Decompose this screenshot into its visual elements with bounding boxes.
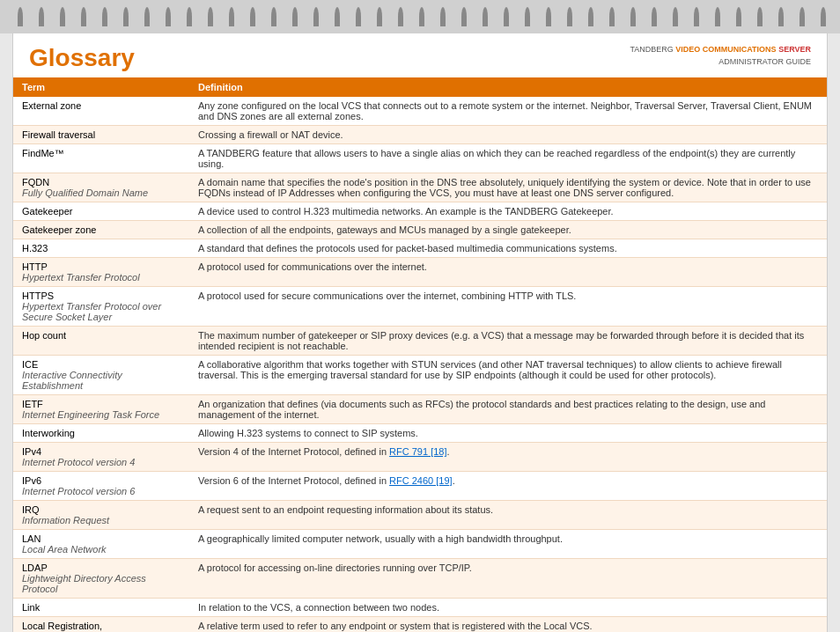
- definition-cell: Version 4 of the Internet Protocol, defi…: [189, 443, 827, 472]
- definition-cell: Version 6 of the Internet Protocol, defi…: [189, 472, 827, 501]
- term-cell: IPv4Internet Protocol version 4: [13, 443, 189, 472]
- table-row: LANLocal Area NetworkA geographically li…: [13, 530, 827, 559]
- ring: [609, 7, 615, 26]
- definition-cell: Any zone configured on the local VCS tha…: [189, 97, 827, 126]
- ring: [673, 7, 678, 26]
- ring: [166, 7, 171, 26]
- table-row: IPv6Internet Protocol version 6Version 6…: [13, 472, 827, 501]
- table-row: Local Registration,Locally Registered En…: [13, 617, 827, 633]
- table-row: IRQInformation RequestA request sent to …: [13, 501, 827, 530]
- ring: [588, 7, 593, 26]
- ring: [525, 7, 530, 26]
- definition-cell: The maximum number of gatekeeper or SIP …: [189, 327, 827, 356]
- term-cell: Interworking: [13, 424, 189, 443]
- definition-cell: An organization that defines (via docume…: [189, 395, 827, 424]
- table-row: Firewall traversalCrossing a firewall or…: [13, 126, 827, 144]
- brand-header: TANDBERG VIDEO COMMUNICATIONS SERVER ADM…: [630, 44, 811, 68]
- ring: [778, 7, 784, 26]
- table-row: ICEInteractive Connectivity Establishmen…: [13, 356, 827, 395]
- definition-cell: A device used to control H.323 multimedi…: [189, 202, 827, 221]
- ring: [81, 7, 86, 26]
- table-row: IETFInternet Engineering Task ForceAn or…: [13, 395, 827, 424]
- term-sub: Internet Engineering Task Force: [22, 409, 181, 420]
- definition-cell: Allowing H.323 systems to connect to SIP…: [189, 424, 827, 443]
- term-sub: Internet Protocol version 6: [22, 486, 181, 496]
- ring: [652, 7, 657, 26]
- ring: [546, 7, 551, 26]
- term-cell: Gatekeeper: [13, 202, 189, 221]
- definition-cell: A collaborative algorithm that works tog…: [189, 356, 827, 395]
- table-row: GatekeeperA device used to control H.323…: [13, 202, 827, 221]
- ring: [461, 7, 467, 26]
- ring: [39, 7, 44, 26]
- term-cell: HTTPSHypertext Transfer Protocol over Se…: [13, 287, 189, 327]
- ring: [102, 7, 107, 26]
- table-header-row: Term Definition: [13, 77, 827, 97]
- definition-cell: A protocol used for communications over …: [189, 258, 827, 287]
- ring: [60, 7, 65, 26]
- col-header-definition: Definition: [189, 77, 827, 97]
- ring: [250, 7, 255, 26]
- definition-cell: A standard that defines the protocols us…: [189, 239, 827, 258]
- glossary-table: Term Definition External zoneAny zone co…: [13, 77, 827, 632]
- table-row: Gatekeeper zoneA collection of all the e…: [13, 221, 827, 239]
- term-sub: Hypertext Transfer Protocol over Secure …: [22, 301, 181, 322]
- table-row: LinkIn relation to the VCS, a connection…: [13, 599, 827, 617]
- definition-cell: A geographically limited computer networ…: [189, 530, 827, 559]
- brand-vcs: VIDEO COMMUNICATIONS: [675, 45, 776, 54]
- term-cell: LANLocal Area Network: [13, 530, 189, 559]
- term-cell: Firewall traversal: [13, 126, 189, 144]
- definition-cell: In relation to the VCS, a connection bet…: [189, 599, 827, 617]
- table-row: IPv4Internet Protocol version 4Version 4…: [13, 443, 827, 472]
- ring: [799, 7, 805, 26]
- table-row: H.323A standard that defines the protoco…: [13, 239, 827, 258]
- ring: [187, 7, 192, 26]
- table-row: Hop countThe maximum number of gatekeepe…: [13, 327, 827, 356]
- term-sub: Hypertext Transfer Protocol: [22, 272, 181, 283]
- page-header: Glossary TANDBERG VIDEO COMMUNICATIONS S…: [13, 33, 827, 77]
- table-row: External zoneAny zone configured on the …: [13, 97, 827, 126]
- table-row: LDAPLightweight Directory Access Protoco…: [13, 559, 827, 599]
- ring: [229, 7, 234, 26]
- table-row: HTTPSHypertext Transfer Protocol over Se…: [13, 287, 827, 327]
- main-content: Glossary TANDBERG VIDEO COMMUNICATIONS S…: [12, 33, 828, 632]
- ring: [398, 7, 403, 26]
- ring: [630, 7, 636, 26]
- rfc-link[interactable]: RFC 791 [18]: [389, 446, 446, 457]
- definition-cell: A TANDBERG feature that allows users to …: [189, 144, 827, 173]
- term-cell: Local Registration,Locally Registered En…: [13, 617, 189, 633]
- binder-rings: [0, 0, 840, 33]
- term-sub: Local Area Network: [22, 544, 181, 555]
- ring: [440, 7, 446, 26]
- definition-cell: Crossing a firewall or NAT device.: [189, 126, 827, 144]
- term-sub: Fully Qualified Domain Name: [22, 187, 181, 198]
- term-cell: LDAPLightweight Directory Access Protoco…: [13, 559, 189, 599]
- ring: [335, 7, 340, 26]
- ring: [271, 7, 276, 26]
- ring: [736, 7, 741, 26]
- ring: [18, 7, 23, 26]
- term-cell: HTTPHypertext Transfer Protocol: [13, 258, 189, 287]
- term-cell: External zone: [13, 97, 189, 126]
- term-sub: Information Request: [22, 515, 181, 525]
- definition-cell: A protocol for accessing on-line directo…: [189, 559, 827, 599]
- table-row: FQDNFully Qualified Domain NameA domain …: [13, 173, 827, 202]
- definition-cell: A request sent to an endpoint requesting…: [189, 501, 827, 530]
- term-cell: FindMe™: [13, 144, 189, 173]
- definition-cell: A relative term used to refer to any end…: [189, 617, 827, 633]
- term-sub: Lightweight Directory Access Protocol: [22, 573, 181, 594]
- ring: [567, 7, 572, 26]
- definition-cell: A protocol used for secure communication…: [189, 287, 827, 327]
- definition-cell: A collection of all the endpoints, gatew…: [189, 221, 827, 239]
- ring: [377, 7, 382, 26]
- rfc-link[interactable]: RFC 2460 [19]: [389, 475, 453, 486]
- term-cell: Link: [13, 599, 189, 617]
- ring: [504, 7, 509, 26]
- term-sub: Interactive Connectivity Establishment: [22, 370, 181, 391]
- term-cell: Gatekeeper zone: [13, 221, 189, 239]
- ring: [208, 7, 213, 26]
- col-header-term: Term: [13, 77, 189, 97]
- ring: [144, 7, 150, 26]
- ring: [313, 7, 319, 26]
- term-cell: IETFInternet Engineering Task Force: [13, 395, 189, 424]
